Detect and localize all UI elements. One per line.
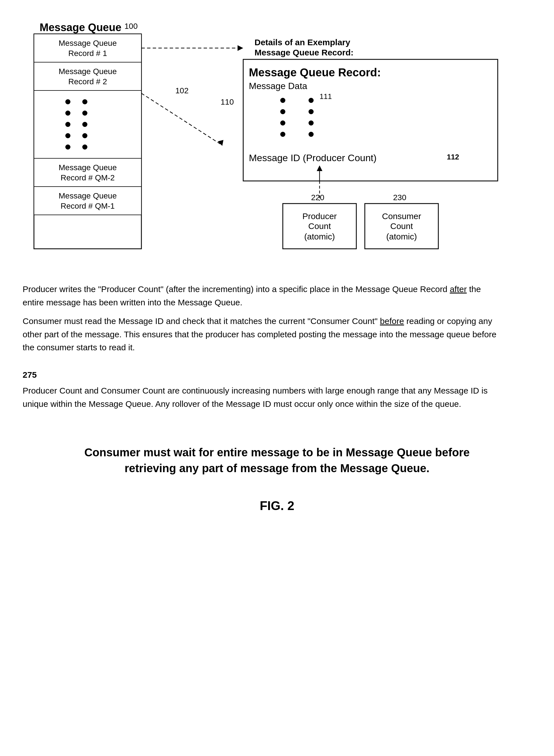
arrow-record2-to-110 [142,93,221,144]
bottom-bold-span: Consumer must wait for entire message to… [84,446,470,474]
page-container: Message Queue 100 Message Queue Record #… [22,17,532,513]
para1-underline: after [450,284,466,294]
consumer-count-line3: (atomic) [386,232,417,241]
paragraph-3: Producer Count and Consumer Count are co… [22,384,503,410]
fig-label: FIG. 2 [22,499,532,513]
dot-r5-c2 [82,144,88,150]
section-275: 275 Producer Count and Consumer Count ar… [22,368,503,411]
text-section: Producer writes the "Producer Count" (af… [22,283,503,410]
mq-ref-text: 100 [124,22,138,31]
paragraph-1: Producer writes the "Producer Count" (af… [22,283,503,309]
dot-r2-c1 [65,111,70,116]
ref-220-label: 220 [311,193,324,202]
mq-record-1-line1: Message Queue [59,39,116,48]
bottom-bold-text: Consumer must wait for entire message to… [65,445,489,476]
mq-title-text: Message Queue [40,21,121,34]
para1-part1: Producer writes the "Producer Count" (af… [22,284,450,294]
message-id-text: Message ID (Producer Count) [249,153,377,163]
para2-underline: before [380,316,404,326]
dot-r2-c2 [82,111,88,116]
mq-record-2-line2: Record # 2 [68,77,107,86]
detail-header-line1: Details of an Exemplary [255,38,350,47]
dot-r5-c1 [65,144,70,150]
detail-dot-r2-c2 [309,109,314,114]
mq-record-1-box [34,34,142,62]
consumer-count-line1: Consumer [382,212,421,221]
dot-r3-c2 [82,122,88,127]
arrow-record1-head [237,45,243,51]
detail-dot-r4-c2 [309,132,314,137]
detail-dot-r2-c1 [280,109,285,114]
ref-275-label: 275 [22,368,503,382]
dot-r4-c1 [65,133,70,138]
paragraph-2: Consumer must read the Message ID and ch… [22,315,503,354]
producer-count-line1: Producer [302,212,337,221]
producer-count-line2: Count [308,221,331,231]
mq-record-1-line2: Record # 1 [68,49,107,58]
detail-subtitle-text: Message Data [249,81,308,91]
detail-dot-r3-c2 [309,120,314,125]
dot-r4-c2 [82,133,88,138]
para2-part1: Consumer must read the Message ID and ch… [22,316,380,326]
detail-header-line2: Message Queue Record: [255,48,353,57]
ref-110-label: 110 [221,98,234,106]
ref-102-label: 102 [175,86,188,95]
dot-r3-c1 [65,122,70,127]
mq-record-qm2-box [34,158,142,187]
detail-dot-r1-c1 [280,98,285,103]
detail-dot-r3-c1 [280,120,285,125]
ref-112-label: 112 [447,153,459,161]
mq-record-qm1-line2: Record # QM-1 [60,201,115,210]
detail-title-text: Message Queue Record: [249,66,381,78]
producer-count-line3: (atomic) [304,232,335,241]
mq-dots-box [34,91,142,158]
diagram-area: Message Queue 100 Message Queue Record #… [22,17,503,272]
mq-record-qm1-line1: Message Queue [59,191,116,200]
mq-record-qm2-line2: Record # QM-2 [60,173,115,182]
diagram-svg: Message Queue 100 Message Queue Record #… [22,17,503,272]
mq-record-2-box [34,62,142,91]
ref-111-label: 111 [320,92,332,101]
consumer-count-line2: Count [390,221,413,231]
ref-230-label: 230 [393,193,406,202]
mq-record-qm1-box [34,187,142,215]
dot-r1-c1 [65,99,70,104]
detail-dot-r4-c1 [280,132,285,137]
mq-record-qm2-line1: Message Queue [59,163,116,172]
detail-dot-r1-c2 [309,98,314,103]
mq-record-2-line1: Message Queue [59,67,116,76]
dot-r1-c2 [82,99,88,104]
